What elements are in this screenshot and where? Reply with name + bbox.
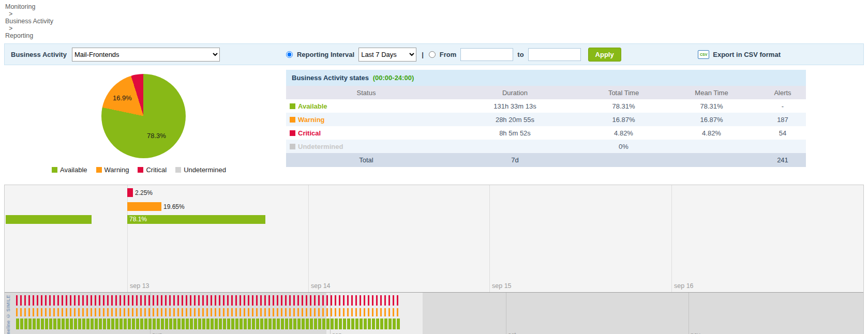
event-tick-warning[interactable]	[202, 308, 204, 316]
event-tick-critical[interactable]	[161, 295, 162, 306]
event-tick-critical[interactable]	[372, 295, 373, 306]
event-tick-warning[interactable]	[368, 308, 369, 316]
event-tick-available[interactable]	[376, 318, 379, 329]
export-csv-button[interactable]: CSV Export in CSV format	[698, 50, 781, 59]
event-tick-critical[interactable]	[252, 295, 253, 306]
event-tick-available[interactable]	[297, 318, 301, 329]
event-tick-critical[interactable]	[177, 295, 179, 306]
event-tick-warning[interactable]	[33, 308, 34, 316]
event-tick-critical[interactable]	[74, 295, 76, 306]
event-tick-warning[interactable]	[376, 308, 378, 316]
event-tick-critical[interactable]	[339, 295, 340, 306]
event-tick-critical[interactable]	[397, 295, 398, 306]
event-tick-critical[interactable]	[186, 295, 187, 306]
event-tick-critical[interactable]	[136, 295, 138, 306]
event-tick-critical[interactable]	[364, 295, 365, 306]
event-tick-available[interactable]	[335, 318, 338, 329]
event-tick-available[interactable]	[231, 318, 234, 329]
from-date-input[interactable]	[460, 48, 513, 61]
event-tick-critical[interactable]	[318, 295, 320, 306]
event-tick-critical[interactable]	[277, 295, 278, 306]
event-tick-warning[interactable]	[153, 308, 154, 316]
event-tick-available[interactable]	[372, 318, 375, 329]
event-tick-warning[interactable]	[62, 308, 63, 316]
event-tick-critical[interactable]	[256, 295, 258, 306]
event-tick-available[interactable]	[215, 318, 218, 329]
event-tick-available[interactable]	[248, 318, 251, 329]
event-tick-available[interactable]	[153, 318, 156, 329]
event-tick-available[interactable]	[70, 318, 73, 329]
event-tick-critical[interactable]	[264, 295, 266, 306]
event-tick-available[interactable]	[351, 318, 354, 329]
event-tick-available[interactable]	[264, 318, 267, 329]
event-tick-available[interactable]	[140, 318, 143, 329]
event-tick-available[interactable]	[235, 318, 238, 329]
event-tick-critical[interactable]	[20, 295, 22, 306]
event-tick-warning[interactable]	[37, 308, 38, 316]
event-tick-warning[interactable]	[161, 308, 162, 316]
event-tick-available[interactable]	[103, 318, 106, 329]
event-tick-critical[interactable]	[103, 295, 104, 306]
event-tick-available[interactable]	[37, 318, 40, 329]
event-tick-warning[interactable]	[384, 308, 386, 316]
event-tick-available[interactable]	[268, 318, 272, 329]
event-tick-warning[interactable]	[115, 308, 117, 316]
event-tick-critical[interactable]	[240, 295, 241, 306]
event-tick-available[interactable]	[318, 318, 321, 329]
event-tick-warning[interactable]	[211, 308, 212, 316]
event-tick-warning[interactable]	[277, 308, 278, 316]
event-tick-critical[interactable]	[211, 295, 212, 306]
event-tick-available[interactable]	[322, 318, 325, 329]
event-tick-available[interactable]	[219, 318, 222, 329]
event-tick-warning[interactable]	[107, 308, 109, 316]
event-tick-available[interactable]	[326, 318, 330, 329]
event-tick-warning[interactable]	[231, 308, 233, 316]
custom-range-radio[interactable]	[429, 51, 436, 58]
event-tick-critical[interactable]	[376, 295, 378, 306]
event-tick-critical[interactable]	[355, 295, 357, 306]
event-tick-warning[interactable]	[306, 308, 307, 316]
event-tick-warning[interactable]	[16, 308, 18, 316]
event-tick-available[interactable]	[289, 318, 292, 329]
event-tick-available[interactable]	[211, 318, 214, 329]
event-tick-warning[interactable]	[235, 308, 237, 316]
event-tick-available[interactable]	[165, 318, 168, 329]
event-tick-critical[interactable]	[302, 295, 303, 306]
event-tick-available[interactable]	[91, 318, 94, 329]
event-tick-warning[interactable]	[343, 308, 345, 316]
event-tick-critical[interactable]	[173, 295, 175, 306]
event-tick-warning[interactable]	[397, 308, 398, 316]
event-tick-critical[interactable]	[343, 295, 345, 306]
event-tick-warning[interactable]	[57, 308, 59, 316]
event-tick-critical[interactable]	[124, 295, 125, 306]
event-tick-warning[interactable]	[215, 308, 216, 316]
business-activity-select[interactable]: Mail-Frontends	[72, 48, 220, 62]
event-tick-warning[interactable]	[28, 308, 30, 316]
event-tick-available[interactable]	[136, 318, 139, 329]
event-tick-available[interactable]	[49, 318, 52, 329]
event-tick-critical[interactable]	[306, 295, 307, 306]
event-tick-critical[interactable]	[132, 295, 133, 306]
event-tick-warning[interactable]	[355, 308, 357, 316]
event-tick-warning[interactable]	[380, 308, 382, 316]
event-tick-available[interactable]	[364, 318, 367, 329]
event-tick-critical[interactable]	[248, 295, 249, 306]
event-tick-warning[interactable]	[248, 308, 249, 316]
event-tick-critical[interactable]	[219, 295, 220, 306]
event-tick-warning[interactable]	[318, 308, 320, 316]
event-tick-warning[interactable]	[347, 308, 349, 316]
event-tick-critical[interactable]	[190, 295, 191, 306]
event-tick-available[interactable]	[260, 318, 263, 329]
event-tick-critical[interactable]	[326, 295, 328, 306]
timeline-bar-warning[interactable]	[127, 202, 161, 211]
event-tick-warning[interactable]	[322, 308, 324, 316]
event-tick-critical[interactable]	[86, 295, 88, 306]
event-tick-critical[interactable]	[153, 295, 154, 306]
event-tick-warning[interactable]	[103, 308, 104, 316]
event-tick-available[interactable]	[111, 318, 114, 329]
event-tick-available[interactable]	[62, 318, 65, 329]
event-tick-available[interactable]	[368, 318, 371, 329]
event-tick-critical[interactable]	[41, 295, 42, 306]
event-tick-critical[interactable]	[78, 295, 80, 306]
event-tick-available[interactable]	[306, 318, 309, 329]
